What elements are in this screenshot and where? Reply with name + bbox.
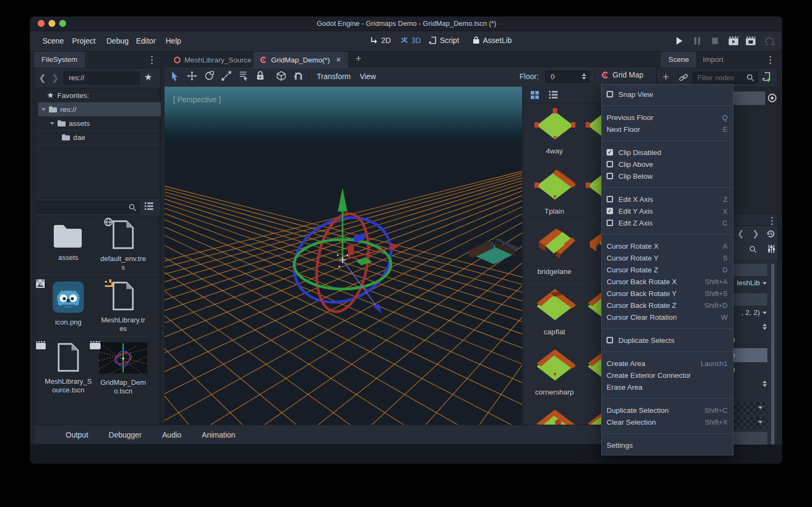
menu-item-duplicate-selects[interactable]: Duplicate Selects <box>602 334 733 346</box>
transform-menu[interactable]: Transform <box>317 72 351 81</box>
menu-item-cursor-clear-rotation[interactable]: Cursor Clear RotationW <box>602 311 733 323</box>
add-node-button[interactable]: + <box>663 71 669 83</box>
dropdown-arrow-icon[interactable] <box>763 312 767 314</box>
perspective-label[interactable]: [ Perspective ] <box>173 95 221 104</box>
floor-spin-arrows-icon[interactable] <box>582 73 586 80</box>
nav-back-button[interactable]: ❮ <box>39 73 46 83</box>
history-forward-icon[interactable]: ❯ <box>752 229 759 238</box>
inspector-search-icon[interactable] <box>749 245 757 254</box>
menu-item-next-floor[interactable]: Next FloorE <box>602 123 733 135</box>
menu-item-previous-floor[interactable]: Previous FloorQ <box>602 111 733 123</box>
bottom-tab-debugger[interactable]: Debugger <box>109 431 142 439</box>
dock-options-icon[interactable] <box>151 56 153 64</box>
menu-item-create-exterior-connector[interactable]: Create Exterior Connector <box>602 369 733 381</box>
menu-item-cursor-back-rotate-x[interactable]: Cursor Back Rotate XShift+A <box>602 276 733 287</box>
menu-item-snap-view[interactable]: Snap View <box>602 88 733 100</box>
tab-meshlibrary-source[interactable]: MeshLibrary_Source <box>167 52 258 68</box>
3d-viewport[interactable] <box>165 87 522 439</box>
mode-assetlib-button[interactable]: AssetLib <box>472 36 512 45</box>
file-item-meshlibrary-source[interactable]: MeshLibrary_Source.tscn <box>41 342 95 395</box>
mode-3d-button[interactable]: 3D <box>400 36 421 45</box>
inspector-scrollbar[interactable] <box>771 264 774 457</box>
file-item-gridmap-demo[interactable]: GridMap_Demo.tscn <box>96 342 150 396</box>
dropdown-arrow-icon[interactable] <box>763 282 767 285</box>
dropdown-arrow-icon[interactable] <box>758 421 763 424</box>
spinbox-arrows-icon[interactable] <box>763 323 767 330</box>
tab-filesystem[interactable]: FileSystem <box>34 52 85 68</box>
bottom-tab-audio[interactable]: Audio <box>162 431 182 439</box>
menu-item-clip-disabled[interactable]: Clip Disabled <box>602 146 733 158</box>
menu-item-edit-y-axis[interactable]: Edit Y AxisX <box>602 205 733 217</box>
menu-item-erase-area[interactable]: Erase Area <box>602 381 733 393</box>
menu-item-cursor-rotate-z[interactable]: Cursor Rotate ZD <box>602 264 733 276</box>
history-back-icon[interactable]: ❮ <box>737 229 744 238</box>
palette-thumbnail-view-icon[interactable] <box>530 90 539 102</box>
file-item-meshlibrary-tres[interactable]: MeshLibrary.tres <box>96 281 150 333</box>
dock-options-icon[interactable] <box>770 56 771 64</box>
view-menu[interactable]: View <box>360 72 376 81</box>
menu-scene[interactable]: Scene <box>42 37 64 45</box>
menu-item-settings[interactable]: Settings <box>602 439 733 451</box>
file-item-default-env[interactable]: default_env.tres <box>96 220 150 272</box>
rotate-tool-button[interactable] <box>204 71 214 83</box>
menu-item-edit-x-axis[interactable]: Edit X AxisZ <box>602 193 733 205</box>
snap-toggle-button[interactable] <box>294 71 303 83</box>
collapse-caret-icon[interactable] <box>50 122 54 125</box>
menu-item-clip-below[interactable]: Clip Below <box>602 170 733 182</box>
inspector-options-icon[interactable] <box>771 217 773 225</box>
scale-tool-button[interactable] <box>222 71 231 83</box>
attach-script-icon[interactable] <box>763 72 772 83</box>
nav-forward-button[interactable]: ❯ <box>52 73 59 83</box>
menu-item-cursor-rotate-x[interactable]: Cursor Rotate XA <box>602 240 733 252</box>
menu-help[interactable]: Help <box>166 37 181 45</box>
dropdown-arrow-icon[interactable] <box>758 406 763 409</box>
instance-scene-icon[interactable] <box>679 73 688 82</box>
move-tool-button[interactable] <box>187 71 197 83</box>
tree-item-res[interactable]: res:// <box>38 102 161 117</box>
tree-item-assets[interactable]: assets <box>38 116 161 131</box>
pause-button[interactable] <box>694 37 701 47</box>
lock-tool-button[interactable] <box>256 71 265 83</box>
file-item-assets[interactable]: assets <box>41 223 95 262</box>
close-tab-icon[interactable]: ✕ <box>336 56 341 64</box>
snap-object-button[interactable] <box>276 71 286 83</box>
bottom-tab-animation[interactable]: Animation <box>202 431 235 439</box>
tab-import[interactable]: Import <box>695 52 731 68</box>
menu-item-cursor-back-rotate-y[interactable]: Cursor Back Rotate YShift+S <box>602 287 733 299</box>
menu-item-clear-selection[interactable]: Clear SelectionShift+X <box>602 416 733 428</box>
new-tab-button[interactable]: + <box>355 53 361 65</box>
tree-item-dae[interactable]: dae <box>38 130 161 145</box>
menu-item-cursor-rotate-y[interactable]: Cursor Rotate YS <box>602 252 733 264</box>
menu-editor[interactable]: Editor <box>136 37 156 45</box>
mode-script-button[interactable]: Script <box>429 36 459 45</box>
menu-project[interactable]: Project <box>72 37 96 45</box>
tree-item-favorites[interactable]: ★ Favorites: <box>38 88 161 102</box>
menu-item-create-area[interactable]: Create AreaLaunch1 <box>602 357 733 369</box>
mode-2d-button[interactable]: 2D <box>370 36 391 45</box>
bottom-tab-output[interactable]: Output <box>66 431 88 439</box>
play-custom-scene-button[interactable] <box>745 36 756 48</box>
palette-list-view-icon[interactable] <box>549 90 558 101</box>
play-button[interactable] <box>675 37 683 47</box>
collapse-caret-icon[interactable] <box>41 108 46 111</box>
tab-scene[interactable]: Scene <box>661 52 696 68</box>
path-input[interactable]: res:// <box>63 72 140 84</box>
menu-debug[interactable]: Debug <box>106 37 129 45</box>
inspector-tools-icon[interactable] <box>767 244 775 254</box>
file-list-view-toggle-icon[interactable] <box>144 202 154 213</box>
tab-gridmap-demo[interactable]: GridMap_Demo(*) ✕ <box>253 52 348 68</box>
filesystem-search-input[interactable] <box>35 201 140 214</box>
title-bar[interactable]: Godot Engine - Gridmaps Demo - GridMap_D… <box>30 17 782 31</box>
menu-item-cursor-back-rotate-z[interactable]: Cursor Back Rotate ZShift+D <box>602 299 733 311</box>
favorite-toggle-icon[interactable]: ★ <box>144 72 152 83</box>
spinbox-arrows-icon[interactable] <box>763 381 767 387</box>
visibility-eye-icon[interactable] <box>767 93 777 103</box>
menu-item-edit-z-axis[interactable]: Edit Z AxisC <box>602 217 733 229</box>
list-select-tool-button[interactable] <box>239 71 248 83</box>
stop-button[interactable] <box>711 37 718 47</box>
select-tool-button[interactable] <box>170 71 180 83</box>
menu-item-duplicate-selection[interactable]: Duplicate SelectionShift+C <box>602 404 733 416</box>
gridmap-menu-button[interactable]: Grid Map <box>601 71 644 79</box>
file-item-icon-png[interactable]: icon.png <box>41 281 95 327</box>
history-icon[interactable] <box>766 229 775 238</box>
